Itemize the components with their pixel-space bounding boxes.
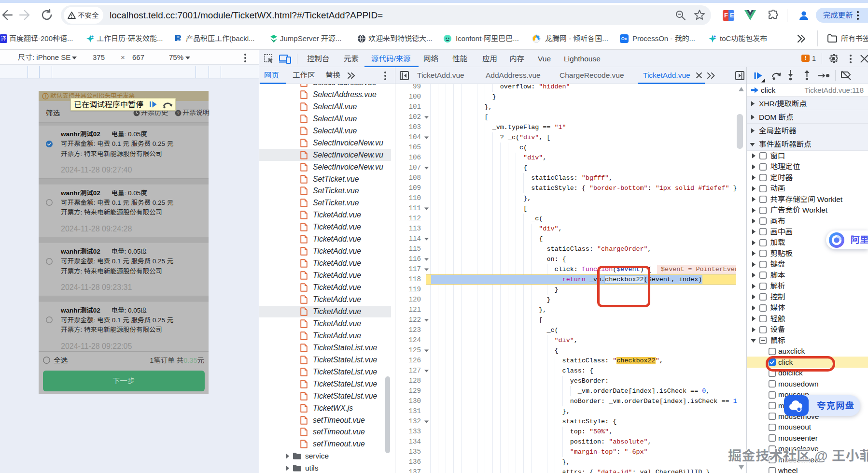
svg-text:?: ? xyxy=(177,110,179,115)
